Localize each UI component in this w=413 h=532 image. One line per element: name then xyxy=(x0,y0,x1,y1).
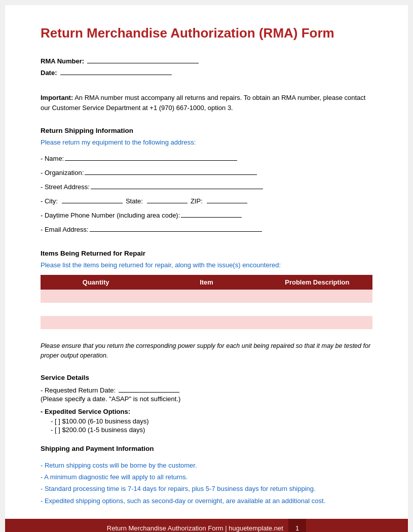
state-label: State: xyxy=(126,195,143,208)
expedited-service-label: - Expedited Service Options: xyxy=(41,408,130,415)
table-row xyxy=(41,316,372,329)
rma-fields-section: RMA Number: Date: xyxy=(41,56,372,80)
state-underline xyxy=(147,196,187,203)
shipping-item-1: - Return shipping costs will be borne by… xyxy=(41,459,372,471)
table-cell-desc-2 xyxy=(262,303,372,316)
expedited-option-2: - [ ] $200.00 (1-5 business days) xyxy=(51,426,372,434)
table-header-item: Item xyxy=(151,275,261,290)
date-label: Date: xyxy=(41,69,57,77)
zip-underline xyxy=(207,196,247,203)
email-row: - Email Address: xyxy=(41,223,372,236)
phone-underline xyxy=(181,210,242,218)
table-cell-item-3 xyxy=(151,316,261,329)
table-row xyxy=(41,303,372,316)
important-text: An RMA number must accompany all returns… xyxy=(41,94,365,112)
footer-text: Return Merchandise Authorization Form | … xyxy=(107,524,283,532)
table-cell-qty-2 xyxy=(41,303,151,316)
items-table: Quantity Item Problem Description xyxy=(41,275,372,329)
street-underline xyxy=(91,182,263,189)
checkbox-1-text: - [ ] $100.00 (6-10 business days) xyxy=(51,417,149,425)
org-row: - Organization: xyxy=(41,166,372,180)
return-address-instruction: Please return my equipment to the follow… xyxy=(41,138,372,146)
expedited-option-1: - [ ] $100.00 (6-10 business days) xyxy=(51,417,372,425)
rma-number-underline xyxy=(87,56,199,63)
power-supply-note: Please ensure that you return the corres… xyxy=(41,341,372,361)
date-note: (Please specify a date. "ASAP" is not su… xyxy=(41,395,372,403)
section1-title: Return Shipping Information xyxy=(41,127,372,134)
footer-page-number: 1 xyxy=(288,519,306,532)
page-title: Return Merchandise Authorization (RMA) F… xyxy=(41,25,372,41)
items-instruction: Please list the items being returned for… xyxy=(41,261,372,269)
page-footer: Return Merchandise Authorization Form | … xyxy=(5,519,408,532)
table-header-problem: Problem Description xyxy=(262,275,372,290)
email-underline xyxy=(90,225,262,232)
requested-return-row: - Requested Return Date: xyxy=(41,385,372,394)
shipping-list: - Return shipping costs will be borne by… xyxy=(41,459,372,507)
street-row: - Street Address: xyxy=(41,181,372,194)
expedited-label: - Expedited Service Options: xyxy=(41,408,372,415)
checkbox-2-text: - [ ] $200.00 (1-5 business days) xyxy=(51,426,145,434)
phone-label: - Daytime Phone Number (including area c… xyxy=(41,209,180,222)
zip-label: ZIP: xyxy=(191,195,203,208)
section4-title: Shipping and Payment Information xyxy=(41,445,372,452)
date-underline xyxy=(60,68,172,75)
shipping-item-3: - Standard processing time is 7-14 days … xyxy=(41,483,372,494)
name-row: - Name: xyxy=(41,152,372,165)
org-underline xyxy=(85,168,257,175)
table-header-quantity: Quantity xyxy=(41,275,151,290)
date-row: Date: xyxy=(41,68,372,77)
table-cell-desc-3 xyxy=(262,316,372,329)
important-prefix: Important: xyxy=(41,94,73,101)
requested-return-label: - Requested Return Date: xyxy=(41,386,116,394)
shipping-item-2: - A minimum diagnostic fee will apply to… xyxy=(41,471,372,483)
shipping-item-4: - Expedited shipping options, such as se… xyxy=(41,495,372,507)
table-cell-item-1 xyxy=(151,290,261,303)
rma-number-label: RMA Number: xyxy=(41,57,84,65)
address-fields: - Name: - Organization: - Street Address… xyxy=(41,152,372,237)
table-cell-desc-1 xyxy=(262,290,372,303)
important-block: Important: An RMA number must accompany … xyxy=(41,93,372,113)
city-state-zip-row: - City: State: ZIP: xyxy=(41,195,372,208)
table-cell-item-2 xyxy=(151,303,261,316)
requested-return-underline xyxy=(119,385,179,393)
section3-title: Service Details xyxy=(41,374,372,381)
city-label: - City: xyxy=(41,195,58,208)
name-label: - Name: xyxy=(41,152,64,165)
email-label: - Email Address: xyxy=(41,223,89,236)
section2-title: Items Being Returned for Repair xyxy=(41,250,372,257)
phone-row: - Daytime Phone Number (including area c… xyxy=(41,209,372,222)
table-cell-qty-3 xyxy=(41,316,151,329)
table-row xyxy=(41,290,372,303)
org-label: - Organization: xyxy=(41,166,84,180)
table-cell-qty-1 xyxy=(41,290,151,303)
name-underline xyxy=(65,154,237,161)
rma-number-row: RMA Number: xyxy=(41,56,372,65)
rma-form-page: Return Merchandise Authorization (RMA) F… xyxy=(5,5,408,532)
street-label: - Street Address: xyxy=(41,181,90,194)
table-header-row: Quantity Item Problem Description xyxy=(41,275,372,290)
city-underline xyxy=(62,196,123,203)
